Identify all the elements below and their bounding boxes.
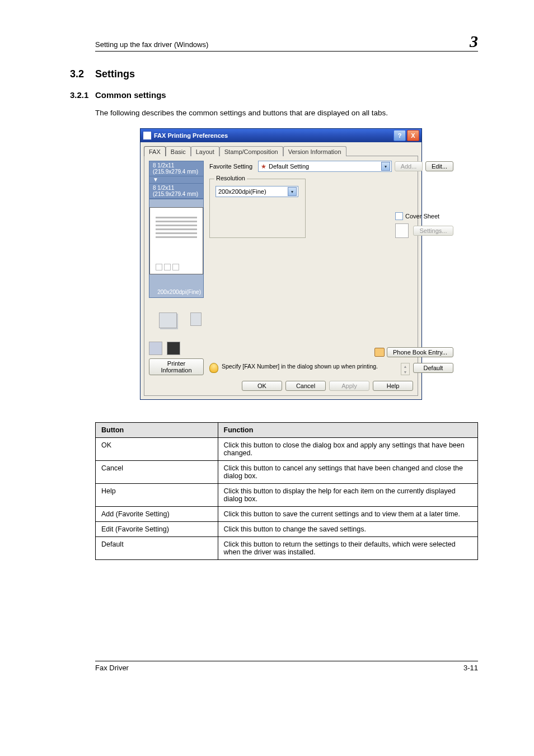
table-cell: Click this button to change the saved se… — [218, 522, 477, 537]
favorite-setting-value: Default Setting — [269, 163, 379, 170]
preview-dpi-label: 200x200dpi(Fine) — [157, 289, 201, 295]
device-icon[interactable] — [149, 342, 162, 355]
help-button[interactable]: Help — [373, 381, 413, 391]
phone-book-icon — [374, 348, 385, 357]
resolution-select[interactable]: 200x200dpi(Fine) ▾ — [216, 186, 298, 197]
size-arrow-icon: ▼ — [149, 176, 204, 183]
table-cell: OK — [96, 438, 218, 461]
h2-number: 3.2 — [70, 68, 95, 80]
table-row: Help Click this button to display the he… — [96, 484, 478, 507]
table-cell: Add (Favorite Setting) — [96, 507, 218, 522]
table-row: Add (Favorite Setting) Click this button… — [96, 507, 478, 522]
resolution-value: 200x200dpi(Fine) — [218, 188, 285, 195]
buttons-function-table: Button Function OK Click this button to … — [95, 422, 478, 560]
original-size-label: 8 1/2x11 (215.9x279.4 mm) — [149, 161, 204, 176]
page-preview: 200x200dpi(Fine) — [149, 199, 204, 298]
running-header: Setting up the fax driver (Windows) — [95, 40, 208, 49]
titlebar-close-button[interactable]: X — [407, 130, 419, 141]
footer-page-number: 3-11 — [463, 664, 478, 672]
apply-button[interactable]: Apply — [329, 381, 369, 391]
table-cell: Help — [96, 484, 218, 507]
table-header-function: Function — [218, 423, 477, 438]
tab-stamp-composition[interactable]: Stamp/Composition — [219, 146, 283, 156]
favorite-star-icon: ★ — [261, 163, 266, 170]
dialog-titlebar[interactable]: FAX Printing Preferences ? X — [140, 129, 421, 142]
favorite-setting-select[interactable]: ★ Default Setting ▾ — [258, 161, 392, 172]
table-cell: Click this button to return the settings… — [218, 537, 477, 560]
table-cell: Click this button to display the help fo… — [218, 484, 477, 507]
table-row: Edit (Favorite Setting) Click this butto… — [96, 522, 478, 537]
device-icon-dark[interactable] — [167, 342, 180, 355]
cancel-button[interactable]: Cancel — [285, 381, 326, 391]
favorite-add-button[interactable]: Add... — [395, 161, 423, 171]
page-preview-icon — [149, 207, 203, 274]
default-button[interactable]: Default — [413, 363, 453, 373]
table-header-button: Button — [96, 423, 218, 438]
table-cell: Click this button to cancel any settings… — [218, 461, 477, 484]
h3-title: Common settings — [95, 90, 166, 100]
tab-basic[interactable]: Basic — [166, 146, 191, 156]
table-cell: Edit (Favorite Setting) — [96, 522, 218, 537]
output-size-label: 8 1/2x11 (215.9x279.4 mm) — [149, 183, 204, 199]
table-row: OK Click this button to close the dialog… — [96, 438, 478, 461]
cover-sheet-label: Cover Sheet — [405, 213, 439, 220]
table-cell: Default — [96, 537, 218, 560]
phone-book-entry-button[interactable]: Phone Book Entry... — [387, 347, 453, 357]
chevron-down-icon[interactable]: ▾ — [288, 187, 297, 196]
h2-title: Settings — [95, 68, 135, 80]
dialog-title: FAX Printing Preferences — [154, 132, 392, 139]
hint-bulb-icon — [209, 363, 218, 373]
cover-settings-button[interactable]: Settings... — [413, 226, 453, 236]
hint-spinner[interactable]: ▲▼ — [401, 363, 410, 375]
chevron-down-icon[interactable]: ▾ — [381, 162, 390, 171]
detail-view-icon[interactable] — [190, 312, 202, 326]
table-cell: Cancel — [96, 461, 218, 484]
table-cell: Click this button to close the dialog bo… — [218, 438, 477, 461]
app-icon — [143, 131, 152, 140]
fax-preferences-dialog: FAX Printing Preferences ? X FAX Basic L… — [140, 128, 422, 400]
resolution-group: Resolution 200x200dpi(Fine) ▾ — [209, 179, 306, 238]
cover-sheet-icon — [395, 223, 409, 238]
table-row: Default Click this button to return the … — [96, 537, 478, 560]
printer-view-icon[interactable] — [159, 312, 177, 328]
tab-fax[interactable]: FAX — [144, 146, 166, 156]
favorite-setting-label: Favorite Setting — [209, 163, 255, 170]
table-cell: Click this button to save the current se… — [218, 507, 477, 522]
ok-button[interactable]: OK — [242, 381, 282, 391]
h3-number: 3.2.1 — [70, 90, 95, 100]
tab-version-information[interactable]: Version Information — [283, 146, 346, 156]
cover-sheet-checkbox[interactable] — [395, 212, 403, 220]
footer-left: Fax Driver — [95, 664, 129, 672]
favorite-edit-button[interactable]: Edit... — [425, 161, 453, 171]
printer-information-button[interactable]: Printer Information — [149, 358, 204, 375]
table-row: Cancel Click this button to cancel any s… — [96, 461, 478, 484]
intro-paragraph: The following describes the common setti… — [95, 108, 478, 119]
titlebar-help-button[interactable]: ? — [394, 130, 406, 141]
resolution-legend: Resolution — [214, 175, 247, 181]
chapter-number: 3 — [470, 34, 478, 49]
tab-layout[interactable]: Layout — [191, 146, 219, 156]
hint-text: Specify [FAX Number] in the dialog shown… — [222, 363, 397, 370]
